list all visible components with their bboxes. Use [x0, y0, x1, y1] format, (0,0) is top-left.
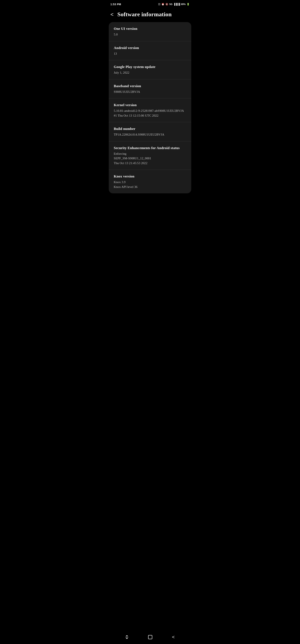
status-icons: ⚿ ⏰ 🔇 5G ▐▐▐▐ 69% 🔋 — [158, 3, 190, 6]
info-item-value: July 1, 2022 — [114, 70, 186, 75]
info-item: Knox versionKnox 3.9 Knox API level 36 — [109, 170, 191, 193]
info-item-value: Knox 3.9 Knox API level 36 — [114, 180, 186, 189]
info-item-label: Knox version — [114, 174, 186, 178]
info-item: One UI version5.0 — [109, 22, 191, 41]
info-item: Android version13 — [109, 41, 191, 60]
page-header: < Software information — [107, 8, 193, 22]
info-item-label: Google Play system update — [114, 65, 186, 69]
info-card: One UI version5.0Android version13Google… — [109, 22, 191, 193]
info-item-label: Android version — [114, 46, 186, 50]
info-item: Baseband versionS908U1UEU2BVJA — [109, 80, 191, 99]
info-item-value: 5.0 — [114, 32, 186, 37]
info-item-value: Enforcing SEPF_SM-S908U1_12_0001 Thu Oct… — [114, 152, 186, 166]
info-item: Google Play system updateJuly 1, 2022 — [109, 60, 191, 80]
back-button[interactable]: < — [110, 11, 115, 18]
info-item-value: 5.10.81-android12-9-25281987-abS908U1UEU… — [114, 108, 186, 118]
info-item: Security Enhancements for Android status… — [109, 142, 191, 170]
info-item-value: TP1A.220624.014.S908U1UEU2BVJA — [114, 132, 186, 137]
5g-icon: 5G — [169, 3, 173, 6]
battery-icon: 🔋 — [187, 3, 190, 6]
mute-icon: 🔇 — [165, 3, 168, 6]
info-item-label: Kernel version — [114, 103, 186, 107]
status-bar: 1:53 PM ⚿ ⏰ 🔇 5G ▐▐▐▐ 69% 🔋 — [107, 0, 193, 8]
key-icon: ⚿ — [158, 3, 160, 6]
info-item: Build numberTP1A.220624.014.S908U1UEU2BV… — [109, 122, 191, 142]
status-time: 1:53 PM — [110, 3, 121, 6]
info-item-value: S908U1UEU2BVJA — [114, 90, 186, 94]
info-item-label: Security Enhancements for Android status — [114, 146, 186, 150]
info-item-label: Baseband version — [114, 84, 186, 88]
info-item-label: Build number — [114, 127, 186, 131]
info-item-value: 13 — [114, 51, 186, 56]
scrollable-content: One UI version5.0Android version13Google… — [107, 22, 193, 210]
alarm-icon: ⏰ — [161, 3, 164, 6]
battery-percent: 69% — [181, 3, 186, 6]
signal-icon: ▐▐▐▐ — [174, 3, 180, 6]
page-title: Software information — [117, 11, 172, 18]
info-item: Kernel version5.10.81-android12-9-252819… — [109, 98, 191, 122]
info-item-label: One UI version — [114, 27, 186, 31]
